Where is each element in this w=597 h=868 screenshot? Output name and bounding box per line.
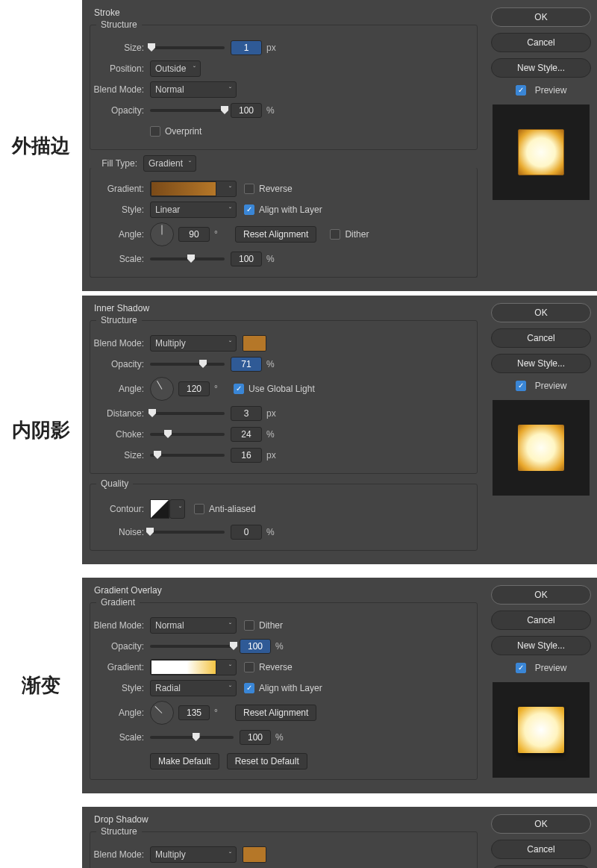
inner-choke-slider[interactable]	[150, 433, 225, 436]
inner-size-slider[interactable]	[150, 454, 225, 457]
cancel-button[interactable]: Cancel	[491, 611, 591, 630]
grad-opacity-slider[interactable]	[150, 645, 234, 648]
stroke-blend-label: Blend Mode:	[90, 84, 150, 95]
inner-contour-picker[interactable]	[150, 499, 169, 519]
stroke-gradient-select[interactable]: ˇ	[150, 181, 237, 197]
inner-antialiased-checkbox[interactable]	[194, 504, 204, 514]
preview-checkbox[interactable]	[516, 85, 526, 96]
inner-structure-legend: Structure	[96, 315, 142, 325]
chevron-down-icon: ˇ	[229, 622, 231, 629]
preview-label: Preview	[535, 381, 567, 391]
inner-opacity-field[interactable]: 71	[231, 357, 262, 372]
new-style-button[interactable]: New Style...	[491, 636, 591, 655]
inner-global-light-label: Use Global Light	[249, 384, 315, 394]
grad-reset-alignment-button[interactable]: Reset Alignment	[235, 705, 316, 721]
grad-opacity-field[interactable]: 100	[240, 639, 271, 654]
grad-blend-select[interactable]: Normalˇ	[150, 617, 237, 634]
drop-color-swatch[interactable]	[243, 846, 266, 863]
preview-checkbox[interactable]	[516, 663, 526, 673]
cancel-button[interactable]: Cancel	[491, 840, 591, 859]
stroke-fill-group: Gradient: ˇ Reverse Style: Linearˇ	[90, 168, 478, 278]
inner-size-field[interactable]: 16	[231, 448, 262, 463]
grad-angle-label: Angle:	[90, 708, 150, 718]
inner-noise-label: Noise:	[90, 527, 150, 537]
stroke-angle-label: Angle:	[90, 229, 150, 240]
stroke-filltype-label: Fill Type:	[90, 158, 143, 169]
chevron-down-icon: ˇ	[189, 160, 191, 167]
preview-thumbnail	[493, 400, 590, 496]
ok-button[interactable]: OK	[491, 7, 591, 27]
grad-angle-field[interactable]: 135	[178, 705, 210, 720]
inner-distance-slider[interactable]	[150, 412, 225, 415]
stroke-overprint-label: Overprint	[165, 126, 201, 137]
grad-scale-slider[interactable]	[150, 736, 234, 739]
inner-noise-field[interactable]: 0	[231, 525, 262, 540]
inner-choke-label: Choke:	[90, 429, 150, 440]
inner-blend-select[interactable]: Multiplyˇ	[150, 335, 237, 352]
inner-quality-group: Quality Contour: ˇ Anti-aliased Noise: 0…	[90, 478, 478, 551]
chevron-down-icon: ˇ	[229, 86, 231, 93]
inner-distance-field[interactable]: 3	[231, 406, 262, 421]
grad-dither-checkbox[interactable]	[244, 620, 254, 631]
make-default-button[interactable]: Make Default	[150, 753, 219, 769]
inner-angle-dial[interactable]	[150, 377, 174, 401]
inner-distance-label: Distance:	[90, 408, 150, 419]
inner-structure-group: Structure Blend Mode: Multiplyˇ Opacity:…	[90, 315, 478, 474]
drop-title: Drop Shadow	[94, 814, 478, 825]
grad-align-checkbox[interactable]	[244, 683, 254, 693]
stroke-size-field[interactable]: 1	[231, 40, 262, 55]
new-style-button[interactable]: New Style...	[491, 354, 591, 373]
stroke-style-select[interactable]: Linearˇ	[150, 202, 237, 218]
grad-gradient-label: Gradient:	[90, 662, 150, 672]
reset-to-default-button[interactable]: Reset to Default	[227, 753, 307, 769]
stroke-opacity-slider[interactable]	[150, 109, 225, 112]
grad-gradient-select[interactable]: ˇ	[150, 659, 237, 675]
inner-antialiased-label: Anti-aliased	[209, 504, 256, 514]
drop-blend-label: Blend Mode:	[90, 849, 150, 860]
cn-label-grad: 渐变	[0, 672, 82, 699]
stroke-panel: Stroke Structure Size: 1 px Position: Ou…	[82, 0, 485, 291]
preview-checkbox[interactable]	[516, 381, 526, 391]
new-style-button[interactable]: New Style...	[491, 58, 591, 78]
stroke-opacity-field[interactable]: 100	[231, 103, 262, 118]
stroke-blend-select[interactable]: Normalˇ	[150, 81, 237, 98]
grad-style-select[interactable]: Radialˇ	[150, 680, 237, 696]
inner-color-swatch[interactable]	[243, 335, 266, 352]
chevron-down-icon: ˇ	[179, 505, 181, 513]
grad-scale-field[interactable]: 100	[240, 730, 271, 745]
chevron-down-icon: ˇ	[193, 65, 196, 72]
inner-contour-label: Contour:	[90, 504, 150, 514]
stroke-reset-alignment-button[interactable]: Reset Alignment	[235, 226, 316, 243]
drop-blend-select[interactable]: Multiplyˇ	[150, 846, 237, 863]
stroke-position-select[interactable]: Outsideˇ	[150, 60, 201, 77]
grad-scale-label: Scale:	[90, 732, 150, 743]
cancel-button[interactable]: Cancel	[491, 33, 591, 52]
inner-angle-field[interactable]: 120	[178, 381, 210, 396]
inner-noise-slider[interactable]	[150, 531, 225, 534]
stroke-size-slider[interactable]	[150, 46, 225, 49]
stroke-size-label: Size:	[90, 43, 150, 53]
stroke-dither-checkbox[interactable]	[330, 229, 340, 240]
stroke-overprint-checkbox[interactable]	[150, 126, 160, 137]
ok-button[interactable]: OK	[491, 585, 591, 605]
new-style-button[interactable]: New Style...	[491, 865, 591, 868]
stroke-scale-slider[interactable]	[150, 257, 225, 260]
inner-opacity-slider[interactable]	[150, 363, 225, 366]
ok-button[interactable]: OK	[491, 814, 591, 834]
grad-angle-dial[interactable]	[150, 701, 174, 725]
inner-contour-dropdown[interactable]: ˇ	[169, 499, 185, 519]
stroke-angle-field[interactable]: 90	[178, 227, 210, 242]
stroke-reverse-checkbox[interactable]	[244, 184, 254, 194]
grad-group: Gradient Blend Mode: Normalˇ Dither Opac…	[90, 597, 478, 780]
stroke-angle-dial[interactable]	[150, 222, 174, 246]
ok-button[interactable]: OK	[491, 303, 591, 322]
stroke-align-checkbox[interactable]	[244, 204, 254, 215]
stroke-filltype-select[interactable]: Gradientˇ	[143, 155, 196, 172]
grad-legend: Gradient	[96, 597, 140, 608]
stroke-structure-group: Structure Size: 1 px Position: Outsideˇ …	[90, 19, 478, 150]
grad-reverse-checkbox[interactable]	[244, 662, 254, 672]
stroke-scale-field[interactable]: 100	[231, 252, 262, 266]
inner-choke-field[interactable]: 24	[231, 427, 262, 442]
cancel-button[interactable]: Cancel	[491, 328, 591, 348]
inner-global-light-checkbox[interactable]	[234, 384, 244, 394]
